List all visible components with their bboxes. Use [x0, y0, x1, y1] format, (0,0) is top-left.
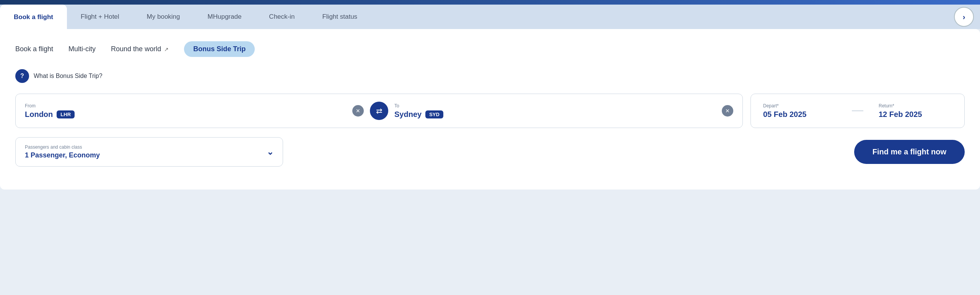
passengers-box[interactable]: Passengers and cabin class 1 Passenger, … [15, 137, 283, 167]
external-link-icon: ↗ [164, 46, 169, 52]
nav-tab-my-booking[interactable]: My booking [133, 5, 194, 29]
tab-round-the-world[interactable]: Round the world ↗ [111, 42, 169, 56]
return-section[interactable]: Return* 12 Feb 2025 [879, 103, 952, 119]
passengers-label: Passengers and cabin class [25, 144, 100, 150]
return-label: Return* [879, 103, 952, 109]
passengers-value: 1 Passenger, Economy [25, 151, 100, 159]
search-row: From London LHR ✕ ⇄ To Sydney SYD ✕ Depa… [15, 94, 965, 128]
nav-tab-flight-hotel[interactable]: Flight + Hotel [67, 5, 133, 29]
return-date: 12 Feb 2025 [879, 110, 952, 119]
tab-multi-city[interactable]: Multi-city [68, 42, 96, 56]
date-box[interactable]: Depart* 05 Feb 2025 Return* 12 Feb 2025 [750, 94, 965, 128]
swap-route-button[interactable]: ⇄ [370, 102, 388, 120]
bonus-side-trip-info: ? What is Bonus Side Trip? [15, 69, 965, 83]
date-divider [852, 110, 863, 111]
nav-tab-check-in[interactable]: Check-in [255, 5, 308, 29]
from-city: London LHR [25, 110, 346, 119]
nav-next-arrow[interactable]: › [954, 7, 974, 27]
passengers-dropdown-icon: ⌄ [267, 147, 273, 157]
tab-round-world-label: Round the world [111, 45, 161, 53]
from-city-name: London [25, 110, 53, 119]
tab-bonus-side-trip[interactable]: Bonus Side Trip [184, 41, 255, 57]
nav-tab-mhupgrade[interactable]: MHupgrade [194, 5, 256, 29]
main-content: Book a flight Multi-city Round the world… [0, 29, 980, 190]
info-text: What is Bonus Side Trip? [34, 73, 103, 79]
top-bar [0, 0, 980, 5]
nav-tab-flight-status[interactable]: Flight status [308, 5, 371, 29]
from-section[interactable]: From London LHR [25, 103, 346, 119]
to-city-name: Sydney [394, 110, 422, 119]
sub-tabs: Book a flight Multi-city Round the world… [15, 41, 965, 57]
depart-date: 05 Feb 2025 [763, 110, 837, 119]
passengers-info: Passengers and cabin class 1 Passenger, … [25, 144, 100, 159]
depart-label: Depart* [763, 103, 837, 109]
nav-container: Book a flightFlight + HotelMy bookingMHu… [0, 5, 980, 29]
find-flight-button[interactable]: Find me a flight now [854, 140, 965, 164]
clear-from-button[interactable]: ✕ [352, 105, 364, 117]
tab-book-a-flight[interactable]: Book a flight [15, 42, 53, 56]
to-section[interactable]: To Sydney SYD [394, 103, 716, 119]
from-label: From [25, 103, 346, 109]
bottom-row: Passengers and cabin class 1 Passenger, … [15, 137, 965, 167]
to-city: Sydney SYD [394, 110, 716, 119]
clear-to-button[interactable]: ✕ [722, 105, 733, 117]
info-icon[interactable]: ? [15, 69, 29, 83]
to-airport-badge: SYD [425, 110, 443, 118]
depart-section[interactable]: Depart* 05 Feb 2025 [763, 103, 837, 119]
to-label: To [394, 103, 716, 109]
nav-tab-book-flight[interactable]: Book a flight [0, 5, 67, 30]
from-airport-badge: LHR [57, 110, 75, 118]
route-box: From London LHR ✕ ⇄ To Sydney SYD ✕ [15, 94, 743, 128]
